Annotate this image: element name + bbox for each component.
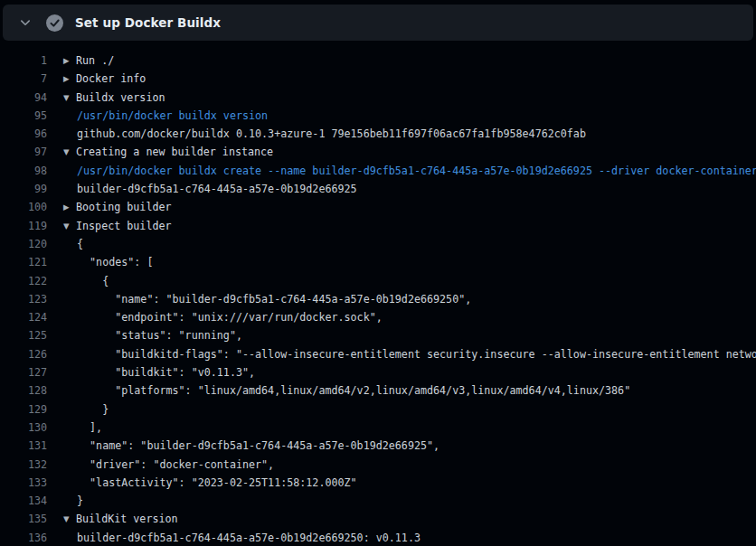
line-number[interactable]: 97 <box>0 143 47 161</box>
log-output-text: "buildkitd-flags": "--allow-insecure-ent… <box>77 345 756 363</box>
log-line: 122 { <box>0 272 756 290</box>
log-text: builder-d9cfb5a1-c764-445a-a57e-0b19d2e6… <box>77 183 357 195</box>
disclosure-expanded-icon[interactable]: ▼ <box>63 217 76 235</box>
line-number[interactable]: 98 <box>0 162 47 180</box>
disclosure-expanded-icon[interactable]: ▼ <box>63 143 76 161</box>
log-line: 129 } <box>0 400 756 419</box>
log-text: /usr/bin/docker buildx version <box>77 109 268 122</box>
log-output-text: "endpoint": "unix:///var/run/docker.sock… <box>77 308 383 326</box>
line-number[interactable]: 1 <box>0 52 47 70</box>
log-output-text: "status": "running", <box>77 326 242 344</box>
line-number[interactable]: 133 <box>0 474 47 492</box>
log-text: "endpoint": "unix:///var/run/docker.sock… <box>77 311 383 324</box>
log-text: Docker info <box>76 72 146 85</box>
log-text: } <box>77 494 83 507</box>
line-number[interactable]: 120 <box>0 235 47 253</box>
log-group-title[interactable]: ▼Creating a new builder instance <box>63 143 273 161</box>
line-number[interactable]: 128 <box>0 381 47 400</box>
log-line: 125 "status": "running", <box>0 326 756 344</box>
step-header[interactable]: Set up Docker Buildx <box>3 5 753 41</box>
log-viewer: 1▶Run ./7▶Docker info94▼Buildx version95… <box>0 41 756 546</box>
log-group-row: 119▼Inspect builder <box>0 217 756 235</box>
log-text: builder-d9cfb5a1-c764-445a-a57e-0b19d2e6… <box>77 532 421 544</box>
disclosure-collapsed-icon[interactable]: ▶ <box>63 70 76 88</box>
line-number[interactable]: 125 <box>0 326 47 344</box>
log-command-text: /usr/bin/docker buildx version <box>77 107 268 125</box>
log-group-title[interactable]: ▶Run ./ <box>63 52 114 70</box>
line-number[interactable]: 131 <box>0 437 47 455</box>
log-line: 95/usr/bin/docker buildx version <box>0 107 756 125</box>
line-number[interactable]: 134 <box>0 492 47 510</box>
log-output-text: "nodes": [ <box>77 253 153 271</box>
line-number[interactable]: 96 <box>0 125 47 143</box>
log-text: Booting builder <box>76 201 172 213</box>
line-number[interactable]: 123 <box>0 290 47 308</box>
log-group-title[interactable]: ▼Buildx version <box>63 89 165 107</box>
step-title: Set up Docker Buildx <box>75 15 221 30</box>
line-number[interactable]: 119 <box>0 217 47 235</box>
log-output-text: "driver": "docker-container", <box>77 456 274 474</box>
log-group-row: 135▼BuildKit version <box>0 510 756 528</box>
log-line: 131 "name": "builder-d9cfb5a1-c764-445a-… <box>0 437 756 455</box>
line-number[interactable]: 132 <box>0 456 47 474</box>
log-line: 99builder-d9cfb5a1-c764-445a-a57e-0b19d2… <box>0 180 756 198</box>
log-output-text: "name": "builder-d9cfb5a1-c764-445a-a57e… <box>77 290 471 308</box>
log-line: 123 "name": "builder-d9cfb5a1-c764-445a-… <box>0 290 756 308</box>
line-number[interactable]: 124 <box>0 308 47 326</box>
log-output-text: { <box>77 235 83 253</box>
log-line: 132 "driver": "docker-container", <box>0 456 756 474</box>
line-number[interactable]: 135 <box>0 510 47 528</box>
log-text: Inspect builder <box>76 220 172 232</box>
log-line: 133 "lastActivity": "2023-02-25T11:58:12… <box>0 474 756 492</box>
log-line: 134} <box>0 492 756 510</box>
line-number[interactable]: 130 <box>0 419 47 437</box>
line-number[interactable]: 127 <box>0 363 47 381</box>
line-number[interactable]: 122 <box>0 272 47 290</box>
line-number[interactable]: 100 <box>0 198 47 216</box>
log-group-row: 94▼Buildx version <box>0 89 756 107</box>
log-group-row: 100▶Booting builder <box>0 198 756 216</box>
log-group-title[interactable]: ▶Docker info <box>63 70 146 88</box>
log-group-row: 7▶Docker info <box>0 70 756 88</box>
log-text: ], <box>77 421 102 434</box>
log-line: 128 "platforms": "linux/amd64,linux/amd6… <box>0 381 756 400</box>
log-line: 126 "buildkitd-flags": "--allow-insecure… <box>0 345 756 363</box>
log-text: Creating a new builder instance <box>76 146 273 158</box>
line-number[interactable]: 136 <box>0 529 47 546</box>
log-text: { <box>77 238 83 250</box>
log-text: "status": "running", <box>77 329 242 342</box>
log-text: Buildx version <box>76 91 165 104</box>
log-group-row: 1▶Run ./ <box>0 52 756 70</box>
line-number[interactable]: 126 <box>0 345 47 363</box>
log-group-title[interactable]: ▼Inspect builder <box>63 217 172 235</box>
log-output-text: "lastActivity": "2023-02-25T11:58:12.000… <box>77 474 357 492</box>
line-number[interactable]: 129 <box>0 400 47 419</box>
log-line: 98/usr/bin/docker buildx create --name b… <box>0 162 756 180</box>
line-number[interactable]: 7 <box>0 70 47 88</box>
log-output-text: } <box>77 492 83 510</box>
line-number[interactable]: 121 <box>0 253 47 271</box>
disclosure-collapsed-icon[interactable]: ▶ <box>63 52 76 70</box>
log-line: 136builder-d9cfb5a1-c764-445a-a57e-0b19d… <box>0 529 756 546</box>
log-text: "name": "builder-d9cfb5a1-c764-445a-a57e… <box>77 439 439 452</box>
disclosure-collapsed-icon[interactable]: ▶ <box>63 198 76 216</box>
log-text: /usr/bin/docker buildx create --name bui… <box>77 165 756 177</box>
log-group-title[interactable]: ▼BuildKit version <box>63 510 178 528</box>
log-output-text: ], <box>77 419 102 437</box>
log-output-text: github.com/docker/buildx 0.10.3+azure-1 … <box>77 125 586 143</box>
log-output-text: "name": "builder-d9cfb5a1-c764-445a-a57e… <box>77 437 439 455</box>
log-text: } <box>77 403 109 416</box>
disclosure-expanded-icon[interactable]: ▼ <box>63 89 76 107</box>
log-line: 120{ <box>0 235 756 253</box>
line-number[interactable]: 95 <box>0 107 47 125</box>
disclosure-expanded-icon[interactable]: ▼ <box>63 510 76 528</box>
log-group-title[interactable]: ▶Booting builder <box>63 198 172 216</box>
line-number[interactable]: 99 <box>0 180 47 198</box>
line-number[interactable]: 94 <box>0 89 47 107</box>
log-text: "platforms": "linux/amd64,linux/amd64/v2… <box>77 384 630 397</box>
check-circle-icon <box>46 14 63 32</box>
chevron-down-icon[interactable] <box>15 13 35 33</box>
log-output-text: builder-d9cfb5a1-c764-445a-a57e-0b19d2e6… <box>77 180 357 198</box>
log-text: "name": "builder-d9cfb5a1-c764-445a-a57e… <box>77 293 471 306</box>
log-text: github.com/docker/buildx 0.10.3+azure-1 … <box>77 127 586 140</box>
